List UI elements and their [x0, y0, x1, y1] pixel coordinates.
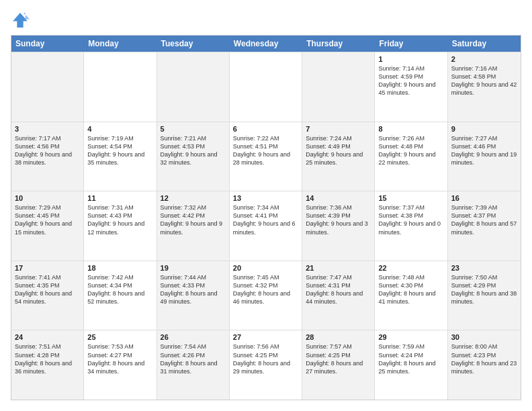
day-info: Sunrise: 7:44 AM Sunset: 4:33 PM Dayligh…	[161, 273, 226, 306]
day-number: 2	[451, 55, 517, 63]
day-number: 5	[161, 125, 226, 133]
day-number: 7	[306, 125, 371, 133]
calendar-cell: 19Sunrise: 7:44 AM Sunset: 4:33 PM Dayli…	[157, 261, 230, 330]
calendar-cell: 9Sunrise: 7:27 AM Sunset: 4:46 PM Daylig…	[448, 122, 521, 191]
calendar-cell: 15Sunrise: 7:37 AM Sunset: 4:38 PM Dayli…	[375, 191, 447, 261]
calendar-cell: 22Sunrise: 7:48 AM Sunset: 4:30 PM Dayli…	[375, 261, 447, 330]
day-number: 11	[87, 194, 152, 202]
calendar-cell: 5Sunrise: 7:21 AM Sunset: 4:53 PM Daylig…	[157, 122, 230, 191]
day-info: Sunrise: 7:48 AM Sunset: 4:30 PM Dayligh…	[378, 273, 443, 306]
day-info: Sunrise: 7:37 AM Sunset: 4:38 PM Dayligh…	[378, 203, 443, 236]
day-number: 14	[306, 194, 371, 202]
day-info: Sunrise: 7:31 AM Sunset: 4:43 PM Dayligh…	[87, 203, 152, 236]
day-number: 3	[15, 125, 80, 133]
day-info: Sunrise: 7:27 AM Sunset: 4:46 PM Dayligh…	[451, 134, 517, 167]
day-number: 19	[161, 264, 226, 272]
day-number: 16	[451, 194, 517, 202]
calendar-cell: 7Sunrise: 7:24 AM Sunset: 4:49 PM Daylig…	[302, 122, 375, 191]
calendar-cell: 11Sunrise: 7:31 AM Sunset: 4:43 PM Dayli…	[84, 191, 157, 261]
day-number: 15	[378, 194, 443, 202]
calendar-cell: 8Sunrise: 7:26 AM Sunset: 4:48 PM Daylig…	[375, 122, 447, 191]
day-info: Sunrise: 7:21 AM Sunset: 4:53 PM Dayligh…	[161, 134, 226, 167]
day-info: Sunrise: 7:54 AM Sunset: 4:26 PM Dayligh…	[161, 342, 226, 375]
calendar-row-0: 1Sunrise: 7:14 AM Sunset: 4:59 PM Daylig…	[11, 52, 521, 122]
day-info: Sunrise: 7:47 AM Sunset: 4:31 PM Dayligh…	[306, 273, 371, 306]
calendar-row-2: 10Sunrise: 7:29 AM Sunset: 4:45 PM Dayli…	[11, 191, 521, 261]
day-info: Sunrise: 7:51 AM Sunset: 4:28 PM Dayligh…	[15, 342, 80, 375]
day-info: Sunrise: 7:19 AM Sunset: 4:54 PM Dayligh…	[87, 134, 152, 167]
day-info: Sunrise: 7:14 AM Sunset: 4:59 PM Dayligh…	[378, 64, 443, 97]
day-number: 4	[87, 125, 152, 133]
day-info: Sunrise: 7:39 AM Sunset: 4:37 PM Dayligh…	[451, 203, 517, 236]
calendar-cell: 4Sunrise: 7:19 AM Sunset: 4:54 PM Daylig…	[84, 122, 157, 191]
weekday-header-monday: Monday	[84, 36, 157, 52]
calendar-cell: 10Sunrise: 7:29 AM Sunset: 4:45 PM Dayli…	[11, 191, 84, 261]
day-number: 27	[233, 333, 298, 341]
calendar-cell: 28Sunrise: 7:57 AM Sunset: 4:25 PM Dayli…	[302, 330, 375, 400]
day-info: Sunrise: 7:36 AM Sunset: 4:39 PM Dayligh…	[306, 203, 371, 236]
calendar-cell: 2Sunrise: 7:16 AM Sunset: 4:58 PM Daylig…	[448, 52, 521, 122]
day-number: 29	[378, 333, 443, 341]
weekday-header-thursday: Thursday	[302, 36, 375, 52]
day-info: Sunrise: 7:56 AM Sunset: 4:25 PM Dayligh…	[233, 342, 298, 375]
logo	[11, 11, 32, 30]
logo-icon	[11, 11, 30, 30]
calendar-cell	[157, 52, 230, 122]
calendar-cell: 12Sunrise: 7:32 AM Sunset: 4:42 PM Dayli…	[157, 191, 230, 261]
calendar-cell: 6Sunrise: 7:22 AM Sunset: 4:51 PM Daylig…	[230, 122, 302, 191]
day-info: Sunrise: 7:24 AM Sunset: 4:49 PM Dayligh…	[306, 134, 371, 167]
day-number: 12	[161, 194, 226, 202]
day-number: 22	[378, 264, 443, 272]
day-number: 24	[15, 333, 80, 341]
day-number: 28	[306, 333, 371, 341]
day-info: Sunrise: 7:26 AM Sunset: 4:48 PM Dayligh…	[378, 134, 443, 167]
day-number: 6	[233, 125, 298, 133]
calendar-cell: 16Sunrise: 7:39 AM Sunset: 4:37 PM Dayli…	[448, 191, 521, 261]
calendar-cell: 1Sunrise: 7:14 AM Sunset: 4:59 PM Daylig…	[375, 52, 447, 122]
calendar: SundayMondayTuesdayWednesdayThursdayFrid…	[11, 35, 521, 400]
page: SundayMondayTuesdayWednesdayThursdayFrid…	[0, 0, 532, 411]
day-number: 23	[451, 264, 517, 272]
calendar-cell: 30Sunrise: 8:00 AM Sunset: 4:23 PM Dayli…	[448, 330, 521, 400]
calendar-row-4: 24Sunrise: 7:51 AM Sunset: 4:28 PM Dayli…	[11, 330, 521, 400]
calendar-cell: 27Sunrise: 7:56 AM Sunset: 4:25 PM Dayli…	[230, 330, 302, 400]
calendar-header: SundayMondayTuesdayWednesdayThursdayFrid…	[11, 36, 521, 52]
calendar-row-3: 17Sunrise: 7:41 AM Sunset: 4:35 PM Dayli…	[11, 261, 521, 330]
calendar-cell: 17Sunrise: 7:41 AM Sunset: 4:35 PM Dayli…	[11, 261, 84, 330]
calendar-row-1: 3Sunrise: 7:17 AM Sunset: 4:56 PM Daylig…	[11, 122, 521, 191]
calendar-cell: 14Sunrise: 7:36 AM Sunset: 4:39 PM Dayli…	[302, 191, 375, 261]
calendar-body: 1Sunrise: 7:14 AM Sunset: 4:59 PM Daylig…	[11, 52, 521, 400]
weekday-header-sunday: Sunday	[11, 36, 84, 52]
calendar-cell	[11, 52, 84, 122]
svg-marker-0	[13, 13, 28, 28]
calendar-cell: 20Sunrise: 7:45 AM Sunset: 4:32 PM Dayli…	[230, 261, 302, 330]
calendar-cell	[230, 52, 302, 122]
day-number: 17	[15, 264, 80, 272]
calendar-cell: 24Sunrise: 7:51 AM Sunset: 4:28 PM Dayli…	[11, 330, 84, 400]
calendar-cell: 23Sunrise: 7:50 AM Sunset: 4:29 PM Dayli…	[448, 261, 521, 330]
day-info: Sunrise: 7:41 AM Sunset: 4:35 PM Dayligh…	[15, 273, 80, 306]
calendar-cell: 3Sunrise: 7:17 AM Sunset: 4:56 PM Daylig…	[11, 122, 84, 191]
day-number: 30	[451, 333, 517, 341]
day-info: Sunrise: 7:42 AM Sunset: 4:34 PM Dayligh…	[87, 273, 152, 306]
day-info: Sunrise: 7:17 AM Sunset: 4:56 PM Dayligh…	[15, 134, 80, 167]
day-info: Sunrise: 7:59 AM Sunset: 4:24 PM Dayligh…	[378, 342, 443, 375]
day-number: 25	[87, 333, 152, 341]
day-number: 8	[378, 125, 443, 133]
day-info: Sunrise: 7:29 AM Sunset: 4:45 PM Dayligh…	[15, 203, 80, 236]
header	[11, 11, 521, 30]
calendar-cell: 29Sunrise: 7:59 AM Sunset: 4:24 PM Dayli…	[375, 330, 447, 400]
calendar-cell: 26Sunrise: 7:54 AM Sunset: 4:26 PM Dayli…	[157, 330, 230, 400]
day-info: Sunrise: 7:57 AM Sunset: 4:25 PM Dayligh…	[306, 342, 371, 375]
day-number: 21	[306, 264, 371, 272]
weekday-header-tuesday: Tuesday	[157, 36, 230, 52]
day-number: 13	[233, 194, 298, 202]
day-number: 20	[233, 264, 298, 272]
day-info: Sunrise: 7:53 AM Sunset: 4:27 PM Dayligh…	[87, 342, 152, 375]
day-info: Sunrise: 8:00 AM Sunset: 4:23 PM Dayligh…	[451, 342, 517, 375]
calendar-cell: 13Sunrise: 7:34 AM Sunset: 4:41 PM Dayli…	[230, 191, 302, 261]
calendar-cell: 18Sunrise: 7:42 AM Sunset: 4:34 PM Dayli…	[84, 261, 157, 330]
calendar-cell: 25Sunrise: 7:53 AM Sunset: 4:27 PM Dayli…	[84, 330, 157, 400]
day-info: Sunrise: 7:34 AM Sunset: 4:41 PM Dayligh…	[233, 203, 298, 236]
day-info: Sunrise: 7:32 AM Sunset: 4:42 PM Dayligh…	[161, 203, 226, 236]
